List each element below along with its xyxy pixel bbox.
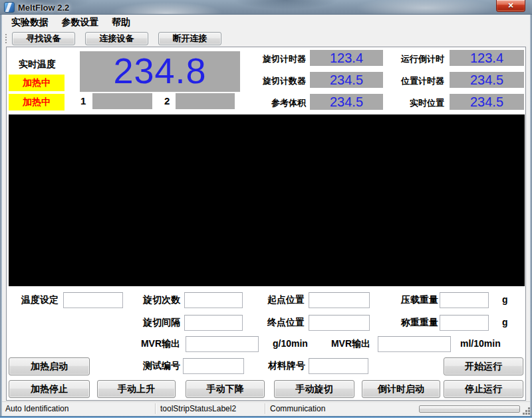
channel-1-display <box>92 93 152 109</box>
start-pos-label: 起点位置 <box>259 294 305 306</box>
menu-item-help[interactable]: 帮助 <box>108 15 134 30</box>
status-auto-identification: Auto Identification <box>5 404 68 413</box>
disconnect-button[interactable]: 断开连接 <box>158 32 221 45</box>
manual-down-button[interactable]: 手动下降 <box>186 380 265 398</box>
app-window: MeltFlow 2.2 ✕ 实验数据 参数设置 帮助 寻找设备 连接设备 断开… <box>0 0 532 418</box>
heat-start-button[interactable]: 加热启动 <box>9 357 90 375</box>
test-id-label: 测试编号 <box>135 360 180 372</box>
run-start-button[interactable]: 开始运行 <box>444 357 523 375</box>
realtime-temp-label: 实时温度 <box>9 59 65 71</box>
heating-status-badge-2: 加热中 <box>9 94 65 110</box>
channel-1-label: 1 <box>80 95 86 106</box>
end-pos-input[interactable] <box>309 315 370 331</box>
ballast-weight-label: 压载重量 <box>393 294 438 306</box>
temp-set-input[interactable] <box>63 292 123 308</box>
end-pos-label: 终点位置 <box>259 317 305 329</box>
heat-stop-button[interactable]: 加热停止 <box>9 380 90 398</box>
window-border-left <box>0 15 2 416</box>
weigh-unit-label: g <box>502 317 508 327</box>
cut-count-input[interactable] <box>184 292 243 308</box>
position-timer-value: 234.5 <box>450 72 524 88</box>
connect-device-button[interactable]: 连接设备 <box>85 32 148 45</box>
realtime-position-label: 实时位置 <box>383 97 444 109</box>
test-id-input[interactable] <box>183 358 244 374</box>
close-icon[interactable]: ✕ <box>496 0 525 12</box>
app-icon <box>4 2 15 13</box>
channel-2-label: 2 <box>164 95 170 106</box>
plot-display-area <box>9 114 525 286</box>
status-progress-bar <box>419 405 520 413</box>
menu-item-parameter-settings[interactable]: 参数设置 <box>57 15 102 30</box>
ballast-unit-label: g <box>502 294 508 305</box>
run-stop-button[interactable]: 停止运行 <box>444 380 523 398</box>
ballast-weight-input[interactable] <box>440 292 489 308</box>
mvr-g-unit-label: g/10min <box>273 338 308 349</box>
cut-counter-label: 旋切计数器 <box>245 75 306 87</box>
mvr-output-ml-input[interactable] <box>378 336 451 352</box>
manual-up-button[interactable]: 手动上升 <box>97 380 176 398</box>
heating-status-badge-1: 加热中 <box>9 75 65 91</box>
material-grade-label: 材料牌号 <box>260 360 305 372</box>
menu-bar: 实验数据 参数设置 帮助 <box>2 15 530 30</box>
material-grade-input[interactable] <box>309 358 368 374</box>
status-separator <box>155 403 156 414</box>
ref-volume-value: 234.5 <box>310 94 383 110</box>
cut-timer-value: 123.4 <box>310 50 383 66</box>
start-pos-input[interactable] <box>309 292 370 308</box>
toolbar <box>2 30 530 47</box>
manual-cut-button[interactable]: 手动旋切 <box>274 380 354 398</box>
weigh-weight-input[interactable] <box>440 315 489 331</box>
title-bar: MeltFlow 2.2 ✕ <box>0 0 532 15</box>
cut-interval-input[interactable] <box>184 315 243 331</box>
realtime-position-value: 234.5 <box>450 94 524 110</box>
mvr-output-ml-label: MVR输出 <box>325 338 370 350</box>
cut-interval-label: 旋切间隔 <box>135 317 180 329</box>
menu-item-experiment-data[interactable]: 实验数据 <box>7 15 53 30</box>
run-countdown-label: 运行倒计时 <box>383 53 444 65</box>
temperature-display: 234.8 <box>80 51 240 92</box>
position-timer-label: 位置计时器 <box>383 75 444 87</box>
temp-set-label: 温度设定 <box>13 294 59 306</box>
resize-grip-icon[interactable] <box>521 407 523 409</box>
status-separator <box>265 403 265 414</box>
channel-2-display <box>176 93 235 109</box>
weigh-weight-label: 称重重量 <box>393 317 438 329</box>
find-device-button[interactable]: 寻找设备 <box>12 32 75 45</box>
toolbar-grip-icon <box>5 34 7 43</box>
window-title: MeltFlow 2.2 <box>18 3 69 13</box>
ref-volume-label: 参考体积 <box>245 97 306 109</box>
status-label-2: toolStripStatusLabel2 <box>160 404 236 413</box>
mvr-output-g-label: MVR输出 <box>135 338 180 350</box>
mvr-ml-unit-label: ml/10min <box>460 338 501 349</box>
countdown-start-button[interactable]: 倒计时启动 <box>362 380 440 398</box>
run-countdown-value: 123.4 <box>450 50 524 66</box>
cut-count-label: 旋切次数 <box>135 294 180 306</box>
status-communication: Communication <box>270 404 325 413</box>
mvr-output-g-input[interactable] <box>186 336 259 352</box>
cut-counter-value: 234.5 <box>310 72 383 88</box>
cut-timer-label: 旋切计时器 <box>245 53 306 65</box>
